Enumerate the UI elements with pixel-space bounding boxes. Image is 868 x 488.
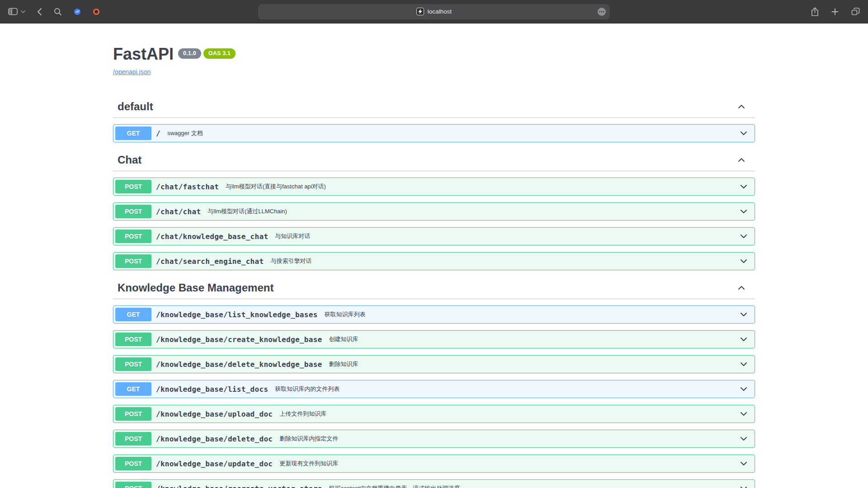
operation-path: /knowledge_base/delete_doc (156, 435, 273, 443)
chevron-down-icon[interactable] (730, 360, 753, 369)
url-text: localhost (428, 8, 452, 15)
chevron-up-icon[interactable] (737, 102, 746, 111)
chevron-down-icon[interactable] (730, 409, 753, 418)
method-badge: GET (115, 308, 151, 321)
operation-row[interactable]: POST /chat/search_engine_chat 与搜索引擎对话 (113, 252, 755, 270)
chevron-up-icon[interactable] (737, 283, 746, 292)
api-info-block: FastAPI0.1.0OAS 3.1 /openapi.json (113, 23, 755, 76)
search-icon[interactable] (54, 8, 62, 16)
operation-path: /chat/search_engine_chat (156, 257, 264, 266)
operation-row[interactable]: GET /knowledge_base/list_docs 获取知识库内的文件列… (113, 380, 755, 398)
api-title-text: FastAPI (113, 45, 174, 63)
operation-row[interactable]: GET / swagger 文档 (113, 124, 755, 142)
operation-path: /knowledge_base/update_doc (156, 460, 273, 468)
chevron-down-icon[interactable] (730, 385, 753, 394)
operation-row[interactable]: POST /chat/knowledge_base_chat 与知识库对话 (113, 227, 755, 245)
operation-path: /knowledge_base/upload_doc (156, 410, 273, 418)
site-favicon (416, 8, 424, 15)
chevron-down-icon[interactable] (730, 207, 753, 216)
operation-description: 与llm模型对话(通过LLMChain) (208, 207, 730, 216)
method-badge: POST (115, 333, 151, 346)
method-badge: POST (115, 482, 151, 488)
api-section: default GET / swagger 文档 (113, 96, 755, 142)
section-header[interactable]: Knowledge Base Management (113, 277, 755, 299)
operation-description: 与llm模型对话(直接与fastchat api对话) (226, 183, 730, 191)
operation-path: /chat/knowledge_base_chat (156, 232, 268, 241)
operation-description: 上传文件到知识库 (279, 410, 730, 418)
operation-row[interactable]: POST /knowledge_base/update_doc 更新现有文件到知… (113, 455, 755, 473)
method-badge: GET (115, 382, 151, 396)
pinned-tab-blue-icon[interactable] (74, 8, 81, 15)
page-menu-icon[interactable] (597, 7, 607, 17)
operation-row[interactable]: POST /chat/fastchat 与llm模型对话(直接与fastchat… (113, 178, 755, 196)
chevron-down-icon[interactable] (730, 459, 753, 468)
operation-row[interactable]: POST /knowledge_base/recreate_vector_sto… (113, 479, 755, 488)
chevron-down-icon[interactable] (730, 129, 753, 138)
operation-path: /knowledge_base/create_knowledge_base (156, 335, 322, 344)
operation-path: /knowledge_base/recreate_vector_store (156, 484, 322, 488)
operation-description: 与知识库对话 (275, 232, 730, 240)
operation-path: /knowledge_base/list_docs (156, 385, 268, 394)
section-operations: GET / swagger 文档 (113, 118, 755, 142)
tab-overview-icon[interactable] (851, 8, 860, 15)
operation-row[interactable]: POST /knowledge_base/create_knowledge_ba… (113, 330, 755, 348)
api-section: Chat POST /chat/fastchat 与llm模型对话(直接与fas… (113, 149, 755, 270)
section-title: Chat (118, 154, 142, 166)
operation-description: 删除知识库内指定文件 (279, 435, 730, 443)
operation-row[interactable]: POST /knowledge_base/delete_doc 删除知识库内指定… (113, 430, 755, 448)
oas-badge: OAS 3.1 (203, 48, 236, 59)
pinned-tab-orange-icon[interactable] (93, 8, 100, 15)
share-icon[interactable] (811, 7, 819, 16)
method-badge: POST (115, 230, 151, 243)
version-badge: 0.1.0 (178, 48, 201, 59)
operation-description: 根据content中文档重建向量库，流式输出处理进度。 (329, 484, 730, 488)
operation-row[interactable]: POST /chat/chat 与llm模型对话(通过LLMChain) (113, 202, 755, 221)
method-badge: POST (115, 180, 151, 193)
operation-row[interactable]: POST /knowledge_base/upload_doc 上传文件到知识库 (113, 405, 755, 423)
chevron-down-icon[interactable] (730, 335, 753, 344)
toolbar-left-group (8, 8, 100, 16)
operation-description: 删除知识库 (329, 360, 730, 368)
operation-description: swagger 文档 (167, 129, 730, 137)
api-section: Knowledge Base Management GET /knowledge… (113, 277, 755, 488)
url-bar[interactable]: localhost (258, 4, 610, 19)
browser-toolbar: localhost (0, 0, 868, 23)
chevron-down-icon[interactable] (730, 484, 753, 488)
toolbar-right-group (811, 7, 860, 16)
method-badge: POST (115, 432, 151, 446)
sidebar-toggle-icon[interactable] (8, 8, 18, 15)
operation-path: / (156, 129, 160, 138)
back-icon[interactable] (37, 8, 42, 16)
method-badge: GET (115, 127, 151, 140)
chevron-down-icon[interactable] (730, 232, 753, 241)
operation-path: /chat/fastchat (156, 183, 219, 191)
tab-group-chevron-icon[interactable] (21, 10, 25, 13)
section-operations: POST /chat/fastchat 与llm模型对话(直接与fastchat… (113, 171, 755, 270)
operation-description: 与搜索引擎对话 (270, 257, 730, 265)
openapi-spec-link[interactable]: /openapi.json (113, 68, 151, 75)
operation-path: /chat/chat (156, 207, 201, 216)
chevron-down-icon[interactable] (730, 310, 753, 319)
chevron-down-icon[interactable] (730, 257, 753, 266)
method-badge: POST (115, 407, 151, 421)
api-sections: default GET / swagger 文档 Chat POST /chat… (113, 96, 755, 488)
operation-description: 获取知识库列表 (325, 310, 730, 319)
section-operations: GET /knowledge_base/list_knowledge_bases… (113, 299, 755, 488)
operation-description: 创建知识库 (329, 335, 730, 343)
section-title: default (118, 100, 153, 113)
chevron-down-icon[interactable] (730, 182, 753, 191)
section-title: Knowledge Base Management (118, 282, 274, 294)
chevron-up-icon[interactable] (737, 155, 746, 164)
operation-row[interactable]: GET /knowledge_base/list_knowledge_bases… (113, 305, 755, 324)
method-badge: POST (115, 254, 151, 268)
section-header[interactable]: Chat (113, 149, 755, 171)
new-tab-icon[interactable] (831, 8, 839, 15)
method-badge: POST (115, 457, 151, 470)
section-header[interactable]: default (113, 96, 755, 118)
swagger-page: FastAPI0.1.0OAS 3.1 /openapi.json defaul… (0, 23, 868, 488)
method-badge: POST (115, 357, 151, 371)
chevron-down-icon[interactable] (730, 434, 753, 443)
operation-description: 获取知识库内的文件列表 (275, 385, 730, 393)
method-badge: POST (115, 205, 151, 218)
operation-row[interactable]: POST /knowledge_base/delete_knowledge_ba… (113, 355, 755, 373)
